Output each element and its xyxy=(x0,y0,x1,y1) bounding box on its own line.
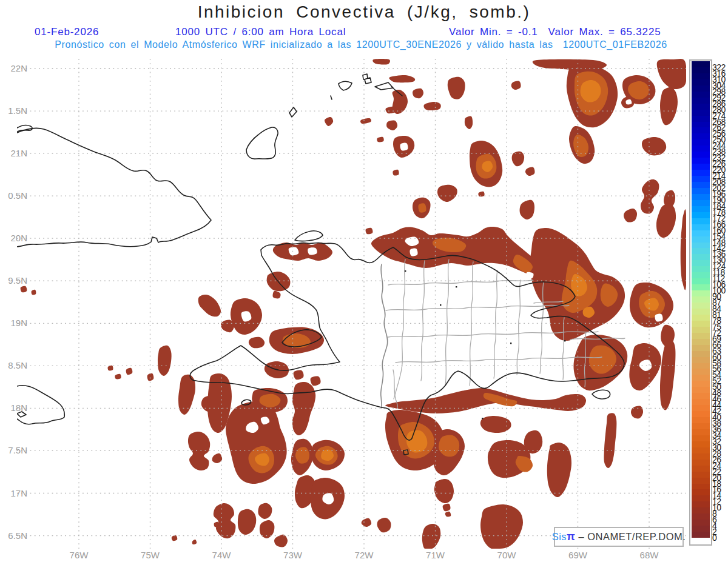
forecast-model-line: Pronóstico con el Modelo Atmósferico WRF… xyxy=(0,39,722,50)
colorbar-cell xyxy=(692,158,710,164)
lon-tick-label: 75W xyxy=(133,550,167,560)
lat-tick-label: 6.5N xyxy=(1,531,27,541)
colorbar-cell xyxy=(692,495,710,502)
colorbar-cell xyxy=(692,254,710,261)
colorbar-cell xyxy=(692,466,710,472)
cin-shade-region xyxy=(465,116,473,129)
haiti-dr-border xyxy=(381,264,388,408)
cuba-coastline xyxy=(17,128,211,247)
cin-shade-region xyxy=(147,373,154,381)
cin-shade-region xyxy=(624,209,637,222)
cin-shade-region xyxy=(511,81,521,90)
cin-shade-region xyxy=(386,121,397,130)
cin-shade-region xyxy=(631,406,643,419)
attribution-org: ONAMET/REP.DOM. xyxy=(587,531,686,543)
colorbar-cell xyxy=(692,224,710,231)
cin-shade-region xyxy=(660,341,675,410)
colorbar-cell xyxy=(692,399,710,406)
cin-shade-region xyxy=(393,170,399,176)
colorbar-cell xyxy=(692,278,710,285)
cin-shade-region xyxy=(377,518,391,532)
colorbar-cell xyxy=(692,104,710,110)
cin-shade-region xyxy=(366,228,373,235)
colorbar-cell xyxy=(692,526,710,532)
colorbar-cell xyxy=(692,139,710,146)
colorbar-cell xyxy=(692,435,710,442)
colorbar-cell xyxy=(692,369,710,375)
colorbar-cell xyxy=(692,176,710,182)
cin-shade-region xyxy=(681,209,687,290)
lat-tick-label: 18N xyxy=(1,403,27,413)
little-inagua-island xyxy=(289,107,297,117)
colorbar-cell xyxy=(692,387,710,393)
cin-shade-region xyxy=(115,374,121,380)
weather-map-page: Inhibicion Convectiva (J/kg, somb.) 01-F… xyxy=(0,0,728,562)
colorbar-cell xyxy=(692,345,710,352)
cin-shade-region xyxy=(443,504,451,512)
cin-shade-hole xyxy=(655,313,662,321)
colorbar-cell xyxy=(692,200,710,207)
lon-tick-label: 71W xyxy=(419,550,453,560)
minmax-values: Valor Min. = -0.1 Valor Max. = 65.3225 xyxy=(449,26,661,38)
pi-symbol: π xyxy=(567,530,575,543)
colorbar-cell xyxy=(692,230,710,237)
lon-tick-label: 68W xyxy=(632,550,666,560)
attribution-separator: – xyxy=(578,531,587,543)
lon-tick-label: 72W xyxy=(347,550,381,560)
colorbar-cell xyxy=(692,441,710,448)
colorbar-cell xyxy=(692,339,710,346)
cin-shade-region xyxy=(158,346,172,376)
colorbar-cell xyxy=(692,146,710,152)
colorbar-cell xyxy=(692,266,710,273)
colorbar-cell xyxy=(692,489,710,496)
colorbar-cell xyxy=(692,133,710,140)
cin-shade-region xyxy=(434,479,454,503)
cin-shade-region xyxy=(377,137,383,142)
cin-shade-region xyxy=(198,295,221,316)
cin-shade-region xyxy=(360,118,371,124)
cin-shade-region xyxy=(292,382,315,435)
cin-shade-region xyxy=(389,75,415,82)
lat-tick-label: 9.5N xyxy=(1,276,27,286)
colorbar-cell xyxy=(692,411,710,418)
colorbar-cell xyxy=(692,116,710,122)
colorbar-cell xyxy=(692,309,710,315)
cin-shade-region xyxy=(372,59,390,65)
great-inagua-island xyxy=(246,127,278,159)
cin-shade-region xyxy=(520,200,535,219)
cin-shade-region xyxy=(660,87,678,125)
lat-tick-label: 20N xyxy=(1,233,27,243)
colorbar-cell xyxy=(692,321,710,327)
cin-shade-region xyxy=(437,185,457,202)
colorbar-cell xyxy=(692,447,710,454)
cin-shade-region xyxy=(413,89,423,99)
cin-shade-region xyxy=(448,77,465,99)
lat-tick-label: 7.5N xyxy=(1,446,27,455)
colorbar-tick-label: 0 xyxy=(712,535,716,541)
lat-tick-label: 21N xyxy=(1,149,27,158)
colorbar-cell xyxy=(692,248,710,255)
cin-shade-region xyxy=(21,286,27,293)
saona-island xyxy=(592,390,610,399)
cin-shade-region xyxy=(512,152,524,166)
lon-tick-label: 74W xyxy=(204,550,238,560)
cin-shade-region xyxy=(258,503,272,519)
cin-shading-layer xyxy=(21,59,687,549)
lon-tick-label: 69W xyxy=(561,550,595,560)
colorbar-cell xyxy=(692,520,710,526)
cin-shade-region xyxy=(214,522,219,527)
colorbar-cell xyxy=(692,351,710,358)
lat-tick-label: 19N xyxy=(1,318,27,328)
colorbar-cell xyxy=(692,405,710,412)
cin-shade-region xyxy=(192,540,197,544)
cin-shade-region xyxy=(214,503,236,538)
cin-shade-region xyxy=(657,59,687,89)
colorbar-cell xyxy=(692,532,710,538)
cin-shade-region xyxy=(325,117,333,126)
cin-shade-region xyxy=(423,102,440,110)
lat-tick-label: 22N xyxy=(1,64,27,73)
cin-shade-region xyxy=(311,376,321,386)
cin-shade-region xyxy=(249,337,265,349)
map-canvas xyxy=(0,0,728,562)
colorbar-cell xyxy=(692,98,710,104)
